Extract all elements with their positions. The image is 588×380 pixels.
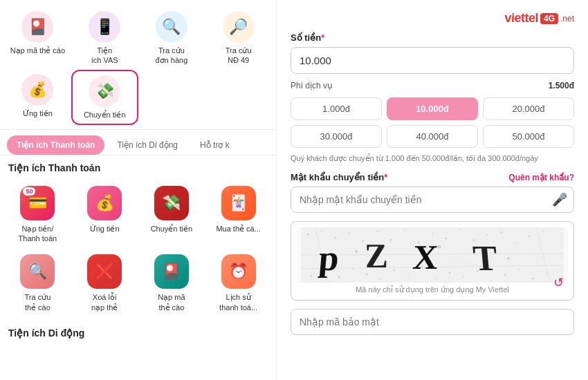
amount-btn-50000[interactable]: 50.000đ [483, 125, 574, 148]
password-label: Mật khẩu chuyển tiền* [291, 172, 387, 182]
tien-ich-vas-icon: 📱 [89, 11, 120, 43]
amount-btn-30000[interactable]: 30.000đ [291, 125, 382, 148]
tra-cuu-don-hang-label: Tra cứuđơn hàng [155, 46, 187, 66]
tra-cuu-the-cao-label: Tra cứuthẻ cào [24, 292, 50, 312]
svg-point-28 [435, 278, 437, 279]
svg-point-11 [445, 238, 448, 240]
svg-point-36 [546, 273, 547, 274]
svg-text:X: X [412, 238, 443, 276]
chuyen-tien-label: Chuyển tiền [84, 110, 125, 120]
viettel-logo: viettel 4G .net [504, 11, 574, 26]
svg-point-2 [321, 230, 322, 231]
svg-point-29 [449, 272, 451, 274]
nap-tien-label: Nạp tiền/Thanh toán [19, 224, 57, 244]
main-item-mua-the[interactable]: 🃏 Mua thẻ cà... [205, 180, 272, 249]
nap-ma-the-cao-label: Nạp mã thẻ cào [10, 46, 65, 55]
svg-point-45 [355, 250, 358, 253]
tra-cuu-don-hang-icon: 🔍 [156, 11, 187, 43]
svg-point-16 [515, 243, 516, 244]
forgot-password-link[interactable]: Quên mật khẩu? [508, 173, 574, 182]
svg-point-32 [490, 280, 492, 281]
nap-ma-label: Nạp mãthẻ cào [158, 292, 185, 312]
captcha-image-area: p Z X T [297, 227, 568, 283]
logo-area: viettel 4G .net [291, 11, 574, 26]
main-item-lich-su[interactable]: ⏰ Lịch sửthanh toá... [205, 249, 272, 318]
ung-tien-main-label: Ứng tiền [90, 224, 120, 234]
main-item-nap-ma[interactable]: 🎴 Nạp mãthẻ cào [138, 249, 205, 318]
svg-point-18 [542, 230, 544, 231]
amount-btn-1000[interactable]: 1.000đ [291, 97, 382, 120]
viettel-brand-text: viettel [504, 11, 538, 26]
captcha-box: p Z X T Mã này chỉ sử dụng trên ứng dụng… [291, 221, 574, 301]
amount-btn-20000[interactable]: 20.000đ [483, 97, 574, 120]
main-item-chuyen-tien[interactable]: 💸 Chuyển tiền [138, 180, 205, 249]
transfer-notice: Quý khách được chuyển từ 1.000 đến 50.00… [291, 153, 574, 164]
amount-btn-40000[interactable]: 40.000đ [387, 125, 478, 148]
nap-tien-icon: 💳 50 [20, 186, 55, 220]
svg-point-30 [463, 276, 464, 278]
security-code-input[interactable] [291, 309, 574, 335]
tab-bar: Tiện ích Thanh toán Tiện ích Di động Hỗ … [0, 130, 276, 155]
ung-tien-icon: 💰 [21, 74, 53, 106]
xoa-loi-label: Xoá lỗinạp thẻ [91, 292, 118, 312]
fee-label: Phí dịch vụ [291, 81, 333, 91]
svg-point-22 [352, 268, 353, 269]
password-header: Mật khẩu chuyển tiền* Quên mật khẩu? [291, 172, 574, 182]
svg-point-4 [349, 232, 350, 234]
sidebar-item-ung-tien[interactable]: 💰 Ứng tiền [4, 70, 71, 125]
sidebar-item-nap-ma-the-cao[interactable]: 🎴 Nạp mã thẻ cào [4, 7, 71, 70]
tab-tien-ich-di-dong[interactable]: Tiện ích Di động [107, 135, 187, 155]
svg-point-10 [432, 233, 433, 234]
main-item-tra-cuu-the-cao[interactable]: 🔍 Tra cứuthẻ cào [4, 249, 71, 318]
amount-input[interactable] [291, 47, 574, 74]
amount-button-grid: 1.000đ 10.000đ 20.000đ 30.000đ 40.000đ 5… [291, 97, 574, 148]
sidebar-item-chuyen-tien[interactable]: 💸 Chuyển tiền [71, 70, 138, 125]
password-input[interactable] [291, 187, 574, 213]
svg-point-25 [394, 269, 396, 272]
main-item-xoa-loi[interactable]: ❌ Xoá lỗinạp thẻ [71, 249, 138, 318]
svg-point-46 [438, 245, 441, 249]
amount-btn-10000[interactable]: 10.000đ [387, 97, 478, 120]
svg-point-15 [501, 231, 503, 234]
right-panel: viettel 4G .net Số tiền* Phí dịch vụ 1.5… [277, 0, 588, 380]
svg-point-35 [532, 278, 534, 280]
svg-point-17 [529, 236, 531, 238]
section-title-di-dong: Tiện ích Di động [0, 321, 276, 343]
mua-the-icon: 🃏 [221, 186, 256, 220]
nap-ma-the-cao-icon: 🎴 [21, 11, 53, 43]
tab-ho-tro[interactable]: Hỗ trợ k [190, 135, 239, 155]
main-item-ung-tien[interactable]: 💰 Ứng tiền [71, 180, 138, 249]
xoa-loi-icon: ❌ [87, 254, 122, 289]
fee-value: 1.500đ [549, 81, 574, 91]
svg-point-34 [518, 269, 520, 270]
tien-ich-vas-label: Tiệních VAS [91, 46, 118, 66]
tra-cuu-nd49-label: Tra cứuNĐ 49 [226, 46, 252, 66]
fee-row: Phí dịch vụ 1.500đ [291, 81, 574, 91]
chuyen-tien-main-label: Chuyển tiền [151, 224, 192, 234]
svg-point-24 [380, 278, 381, 280]
sidebar-item-tien-ich-vas[interactable]: 📱 Tiệních VAS [71, 7, 138, 70]
svg-point-26 [407, 275, 409, 276]
lich-su-label: Lịch sửthanh toá... [219, 292, 257, 312]
ung-tien-main-icon: 💰 [87, 186, 122, 220]
main-item-nap-tien[interactable]: 💳 50 Nạp tiền/Thanh toán [4, 180, 71, 249]
section-title-thanh-toan: Tiện ích Thanh toán [0, 155, 276, 178]
ung-tien-label: Ứng tiền [23, 108, 53, 118]
microphone-icon[interactable]: 🎤 [552, 192, 567, 207]
svg-point-1 [307, 234, 309, 236]
svg-point-14 [487, 234, 488, 236]
left-panel: 🎴 Nạp mã thẻ cào 📱 Tiệních VAS 🔍 Tra cứu… [0, 0, 277, 380]
svg-point-6 [376, 231, 378, 232]
svg-text:T: T [471, 238, 499, 278]
net-text: .net [560, 14, 574, 23]
sidebar-item-tra-cuu-don-hang[interactable]: 🔍 Tra cứuđơn hàng [138, 7, 205, 70]
tab-tien-ich-thanh-toan[interactable]: Tiện ích Thanh toán [7, 135, 104, 155]
svg-text:p: p [318, 238, 347, 278]
captcha-refresh-icon[interactable]: ↺ [553, 275, 564, 290]
sidebar-item-tra-cuu-nd49[interactable]: 🔎 Tra cứuNĐ 49 [205, 7, 272, 70]
lich-su-icon: ⏰ [221, 254, 256, 289]
chuyen-tien-main-icon: 💸 [154, 186, 189, 220]
svg-point-8 [404, 229, 405, 231]
svg-point-19 [311, 275, 313, 277]
signal-4g-badge: 4G [540, 13, 558, 24]
